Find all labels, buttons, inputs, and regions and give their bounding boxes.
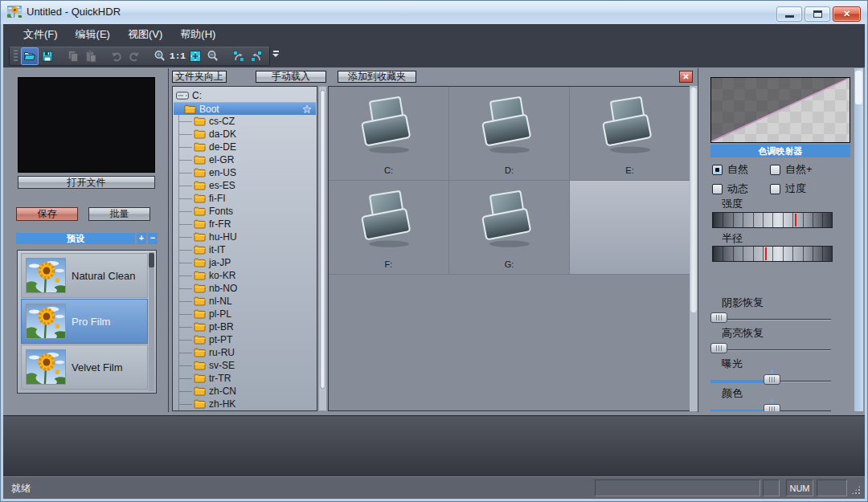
- status-pane-2: [763, 480, 780, 496]
- tree-row-ptpt[interactable]: pt-PT: [174, 333, 316, 346]
- tree-row-enus[interactable]: en-US: [174, 166, 316, 179]
- preset-item-pro-film[interactable]: Pro Film: [21, 299, 148, 344]
- menu-item-edit[interactable]: 编辑(E): [67, 24, 119, 45]
- actual-size-button[interactable]: 1:1: [169, 47, 186, 65]
- rotate-left-button[interactable]: [230, 47, 248, 65]
- folder-icon: [194, 194, 206, 203]
- tree-row-kokr[interactable]: ko-KR: [174, 269, 316, 282]
- tree-scrollbar[interactable]: [318, 86, 327, 411]
- mode-radio-dynamic[interactable]: 动态: [712, 182, 748, 196]
- favorite-star-icon[interactable]: [302, 104, 312, 114]
- add-preset-button[interactable]: +: [137, 233, 146, 244]
- radio-natural[interactable]: [712, 165, 723, 175]
- tree-row-plpl[interactable]: pl-PL: [174, 308, 316, 320]
- tree-row-ptbr[interactable]: pt-BR: [174, 320, 316, 333]
- zoom-in-button[interactable]: [151, 47, 169, 65]
- toolbar-gripper[interactable]: [14, 50, 18, 63]
- batch-button[interactable]: 批量: [88, 207, 150, 221]
- tree-row-fifi[interactable]: fi-FI: [174, 192, 316, 205]
- menu-item-file[interactable]: 文件(F): [14, 24, 67, 45]
- tree-row-trtr[interactable]: tr-TR: [174, 372, 316, 385]
- color-slider-thumb[interactable]: [764, 404, 780, 411]
- shadow-recovery-slider-track[interactable]: [710, 319, 831, 320]
- minimize-button[interactable]: [776, 6, 802, 22]
- toolbar-overflow-button[interactable]: [272, 51, 280, 57]
- tree-row-c[interactable]: C:: [174, 89, 316, 102]
- radio-excessive[interactable]: [770, 184, 780, 194]
- add-favorite-button[interactable]: 添加到收藏夹: [338, 71, 416, 83]
- tree-row-ruru[interactable]: ru-RU: [174, 346, 316, 359]
- tree-row-dede[interactable]: de-DE: [174, 141, 316, 153]
- grid-scrollbar-thumb[interactable]: [690, 88, 697, 312]
- drive-cell-f[interactable]: F:: [329, 181, 449, 275]
- preset-item-velvet-film[interactable]: Velvet Film: [21, 345, 148, 390]
- drive-cell-g[interactable]: G:: [449, 181, 570, 275]
- drive-cell-e[interactable]: E:: [570, 87, 690, 181]
- open-file-button[interactable]: 打开文件: [18, 176, 155, 189]
- maximize-button[interactable]: [805, 6, 830, 22]
- copy-button[interactable]: [64, 47, 82, 65]
- tree-row-svse[interactable]: sv-SE: [174, 359, 316, 372]
- tone-mapper-button[interactable]: 色调映射器: [710, 145, 850, 157]
- radius-ruler-slider[interactable]: [712, 246, 833, 262]
- presets-scrollbar[interactable]: [149, 252, 154, 391]
- tree-row-zhhk[interactable]: zh-HK: [174, 398, 316, 410]
- paste-button[interactable]: [82, 47, 100, 65]
- radio-dynamic[interactable]: [712, 184, 723, 194]
- tree-row-zhcn[interactable]: zh-CN: [174, 385, 316, 398]
- strength-ruler-slider[interactable]: [712, 212, 833, 228]
- zoom-out-button[interactable]: [204, 47, 222, 65]
- tree-row-boot[interactable]: Boot: [174, 102, 316, 115]
- adjust-scrollbar-thumb[interactable]: [855, 71, 862, 104]
- undo-button[interactable]: [108, 47, 125, 65]
- tree-row-eses[interactable]: es-ES: [174, 179, 316, 192]
- save-button[interactable]: 保存: [16, 207, 78, 221]
- adjust-scrollbar[interactable]: [854, 68, 863, 411]
- presets-scrollbar-thumb[interactable]: [149, 253, 154, 267]
- highlight-recovery-slider-track[interactable]: [710, 349, 831, 351]
- mode-radio-natural[interactable]: 自然: [712, 162, 748, 177]
- tree-row-itit[interactable]: it-IT: [174, 243, 316, 256]
- shadow-recovery-slider-thumb[interactable]: [710, 312, 727, 323]
- manual-load-button[interactable]: 手动载入: [256, 71, 326, 83]
- save-button[interactable]: [39, 47, 56, 65]
- tree-row-jajp[interactable]: ja-JP: [174, 256, 316, 269]
- exposure-slider[interactable]: [709, 373, 834, 387]
- tree-row-dadk[interactable]: da-DK: [174, 128, 316, 141]
- highlight-recovery-slider[interactable]: [709, 341, 834, 356]
- empty-highlighted-cell[interactable]: [570, 181, 690, 275]
- tree-scrollbar-thumb[interactable]: [320, 90, 326, 389]
- highlight-recovery-slider-thumb[interactable]: [710, 343, 727, 353]
- close-button[interactable]: ✕: [833, 6, 861, 22]
- tree-row-frfr[interactable]: fr-FR: [174, 218, 316, 231]
- tree-row-elgr[interactable]: el-GR: [174, 153, 316, 166]
- tree-item-label: pt-PT: [209, 334, 232, 345]
- radio-natural-plus[interactable]: [770, 165, 780, 175]
- fit-window-button[interactable]: [186, 47, 204, 65]
- mode-radio-natural-plus[interactable]: 自然+: [770, 162, 813, 177]
- tree-row-nbno[interactable]: nb-NO: [174, 282, 316, 295]
- color-slider[interactable]: [709, 402, 834, 411]
- rotate-right-button[interactable]: [248, 47, 265, 65]
- open-file-button[interactable]: [21, 47, 39, 65]
- drive-cell-d[interactable]: D:: [449, 87, 570, 181]
- shadow-recovery-slider[interactable]: [709, 311, 834, 325]
- redo-button[interactable]: [125, 47, 143, 65]
- tree-row-huhu[interactable]: hu-HU: [174, 231, 316, 243]
- tree-row-cscz[interactable]: cs-CZ: [174, 115, 316, 128]
- exposure-slider-thumb[interactable]: [764, 374, 780, 385]
- preset-item-natural-clean[interactable]: Natural Clean: [21, 253, 148, 298]
- menu-item-view[interactable]: 视图(V): [119, 24, 171, 45]
- drive-cell-c[interactable]: C:: [329, 87, 449, 181]
- radius-marker[interactable]: [765, 247, 767, 260]
- mode-radio-excessive[interactable]: 过度: [770, 182, 806, 196]
- tree-row-nlnl[interactable]: nl-NL: [174, 295, 316, 308]
- browser-close-button[interactable]: ✕: [679, 71, 693, 83]
- grid-scrollbar[interactable]: [690, 86, 698, 411]
- resize-grip[interactable]: [851, 485, 861, 495]
- menu-item-help[interactable]: 帮助(H): [171, 24, 224, 45]
- tree-row-fonts[interactable]: Fonts: [174, 205, 316, 218]
- remove-preset-button[interactable]: −: [148, 233, 158, 244]
- strength-marker[interactable]: [795, 214, 796, 227]
- folder-up-button[interactable]: 文件夹向上: [172, 71, 227, 83]
